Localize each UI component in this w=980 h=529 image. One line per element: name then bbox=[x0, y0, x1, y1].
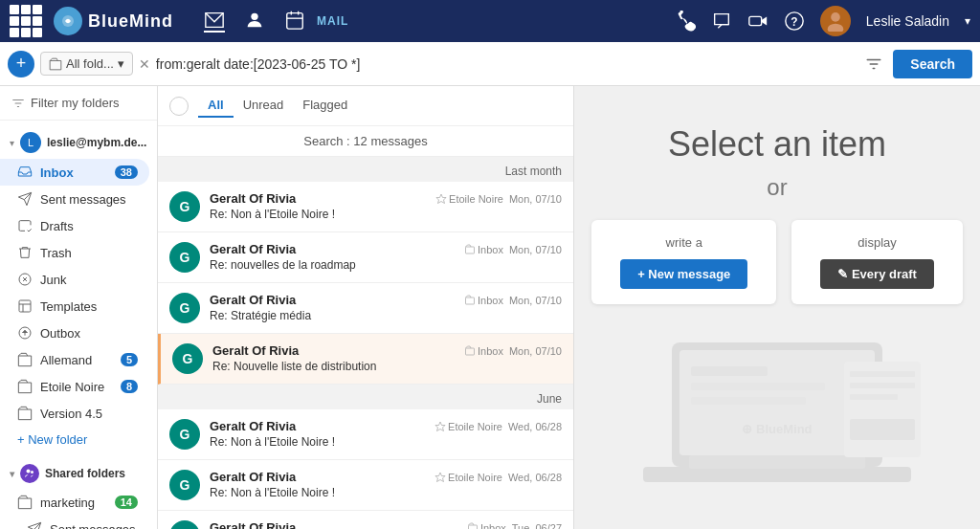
message-date: Mon, 07/10 bbox=[509, 295, 562, 306]
message-subject: Re: nouvelles de la roadmap bbox=[210, 258, 562, 272]
svg-point-6 bbox=[831, 12, 840, 22]
svg-rect-9 bbox=[19, 300, 31, 312]
sidebar-item-allemand[interactable]: Allemand 5 bbox=[0, 346, 149, 373]
message-list: All Unread Flagged Search : 12 messages … bbox=[158, 86, 574, 529]
message-item[interactable]: G Geralt Of Rivia Etoile Noire Mon, 07/1… bbox=[158, 182, 573, 232]
new-folder-button[interactable]: + New folder bbox=[0, 427, 157, 452]
chat-icon[interactable] bbox=[711, 11, 732, 32]
account-chevron-icon: ▾ bbox=[10, 138, 14, 148]
message-item-selected[interactable]: G Geralt Of Rivia Inbox Mon, 07/10 Re: N… bbox=[158, 334, 573, 385]
tab-all[interactable]: All bbox=[198, 94, 234, 118]
sender-name: Geralt Of Rivia bbox=[210, 419, 296, 433]
sidebar-item-shared-sent[interactable]: Sent messages bbox=[0, 516, 149, 529]
sidebar-item-junk[interactable]: Junk bbox=[0, 266, 149, 293]
search-info: Search : 12 messages bbox=[158, 126, 573, 157]
svg-rect-2 bbox=[287, 13, 303, 30]
account-header[interactable]: ▾ L leslie@mybm.de... bbox=[0, 126, 157, 159]
sidebar-item-marketing[interactable]: marketing 14 bbox=[0, 489, 149, 516]
top-nav: BlueMind MAIL ? Leslie Saladin ▾ bbox=[0, 0, 980, 42]
every-draft-button[interactable]: ✎ Every draft bbox=[820, 259, 934, 289]
display-card: display ✎ Every draft bbox=[791, 220, 963, 304]
sidebar-item-sent[interactable]: Sent messages bbox=[0, 186, 149, 212]
avatar[interactable] bbox=[820, 6, 851, 36]
svg-point-11 bbox=[27, 470, 31, 474]
folder-selector[interactable]: All fold... ▾ bbox=[40, 52, 133, 76]
shared-chevron-icon: ▾ bbox=[10, 469, 14, 479]
date-separator-june: June bbox=[158, 385, 573, 409]
write-label: write a bbox=[666, 235, 702, 250]
search-button[interactable]: Search bbox=[893, 50, 972, 78]
sender-avatar: G bbox=[169, 191, 200, 222]
sender-name: Geralt Of Rivia bbox=[212, 343, 299, 358]
svg-point-1 bbox=[251, 13, 257, 20]
add-button[interactable]: + bbox=[8, 51, 34, 77]
sidebar-item-etoile-noire[interactable]: Etoile Noire 8 bbox=[0, 373, 149, 400]
account-section: ▾ L leslie@mybm.de... Inbox 38 Sent mess… bbox=[0, 121, 157, 458]
svg-point-7 bbox=[828, 24, 844, 32]
filter-my-folders[interactable]: Filter my folders bbox=[0, 86, 157, 121]
right-panel: Select an item or write a + New message … bbox=[574, 86, 980, 529]
svg-rect-3 bbox=[749, 16, 762, 25]
date-separator-lastmonth: Last month bbox=[158, 157, 573, 182]
nav-contacts-icon[interactable] bbox=[244, 10, 265, 33]
sender-avatar: G bbox=[172, 343, 203, 374]
message-item[interactable]: G Geralt Of Rivia Inbox Mon, 07/10 Re: S… bbox=[158, 283, 573, 334]
user-name[interactable]: Leslie Saladin bbox=[866, 13, 949, 29]
message-item[interactable]: G Geralt Of Rivia Inbox Mon, 07/10 Re: n… bbox=[158, 232, 573, 283]
app-name: BlueMind bbox=[88, 11, 173, 32]
video-icon[interactable] bbox=[747, 11, 768, 32]
message-date: Mon, 07/10 bbox=[509, 193, 562, 205]
message-item[interactable]: G Geralt Of Rivia Etoile Noire Wed, 06/2… bbox=[158, 460, 573, 511]
folder-selector-chevron-icon: ▾ bbox=[118, 56, 124, 71]
laptop-illustration: ⊕ BlueMind bbox=[614, 333, 940, 486]
sidebar-item-inbox[interactable]: Inbox 38 bbox=[0, 159, 149, 186]
filter-icon[interactable] bbox=[860, 51, 887, 77]
search-input[interactable] bbox=[156, 56, 855, 72]
svg-rect-30 bbox=[850, 383, 915, 388]
phone-icon[interactable] bbox=[675, 11, 696, 32]
message-content: Geralt Of Rivia Inbox Mon, 07/10 Re: Nou… bbox=[212, 343, 562, 373]
marketing-badge: 14 bbox=[115, 496, 138, 509]
sender-avatar: G bbox=[169, 470, 200, 500]
sender-name: Geralt Of Rivia bbox=[210, 191, 296, 206]
select-all-checkbox[interactable] bbox=[169, 97, 189, 116]
message-content: Geralt Of Rivia Etoile Noire Mon, 07/10 … bbox=[210, 191, 562, 221]
shared-folders-header[interactable]: ▾ Shared folders bbox=[0, 458, 157, 489]
tabs-row: All Unread Flagged bbox=[158, 86, 573, 126]
tab-flagged[interactable]: Flagged bbox=[293, 94, 357, 118]
tab-unread[interactable]: Unread bbox=[234, 94, 294, 118]
search-clear-icon[interactable]: ✕ bbox=[139, 56, 150, 72]
message-item[interactable]: G Geralt Of Rivia Etoile Noire Wed, 06/2… bbox=[158, 409, 573, 460]
message-date: Wed, 06/28 bbox=[508, 421, 562, 432]
message-item[interactable]: G Geralt Of Rivia Inbox Tue, 06/27 Re: S… bbox=[158, 511, 573, 529]
svg-rect-15 bbox=[466, 298, 475, 304]
folder-label: Inbox bbox=[464, 244, 503, 255]
nav-mail-icon[interactable] bbox=[204, 10, 225, 33]
new-message-button[interactable]: + New message bbox=[620, 259, 747, 289]
search-bar-row: + All fold... ▾ ✕ Search bbox=[0, 42, 980, 86]
sender-name: Geralt Of Rivia bbox=[210, 293, 296, 307]
sidebar-item-version45[interactable]: Version 4.5 bbox=[0, 400, 149, 427]
sidebar-item-drafts[interactable]: Drafts bbox=[0, 212, 149, 239]
svg-text:?: ? bbox=[791, 15, 797, 29]
folder-label: Etoile Noire bbox=[434, 421, 502, 432]
apps-grid-icon[interactable] bbox=[10, 5, 42, 37]
svg-rect-31 bbox=[850, 394, 898, 400]
message-content: Geralt Of Rivia Inbox Mon, 07/10 Re: Str… bbox=[210, 293, 562, 322]
nav-calendar-icon[interactable] bbox=[284, 10, 305, 33]
message-date: Tue, 06/27 bbox=[512, 522, 562, 530]
sidebar-item-outbox[interactable]: Outbox bbox=[0, 320, 149, 346]
help-icon[interactable]: ? bbox=[784, 11, 805, 32]
sidebar-item-trash[interactable]: Trash bbox=[0, 239, 149, 266]
user-menu-chevron-icon[interactable]: ▾ bbox=[965, 14, 970, 28]
folder-label: Inbox bbox=[464, 295, 503, 306]
shared-icon bbox=[20, 464, 39, 483]
logo-icon bbox=[54, 7, 82, 35]
svg-rect-32 bbox=[850, 419, 915, 440]
svg-marker-18 bbox=[435, 473, 445, 482]
message-content: Geralt Of Rivia Etoile Noire Wed, 06/28 … bbox=[210, 470, 562, 499]
allemand-badge: 5 bbox=[121, 353, 138, 366]
sidebar-item-templates[interactable]: Templates bbox=[0, 293, 149, 320]
search-input-area bbox=[156, 56, 855, 72]
folder-label: Inbox bbox=[464, 345, 503, 357]
